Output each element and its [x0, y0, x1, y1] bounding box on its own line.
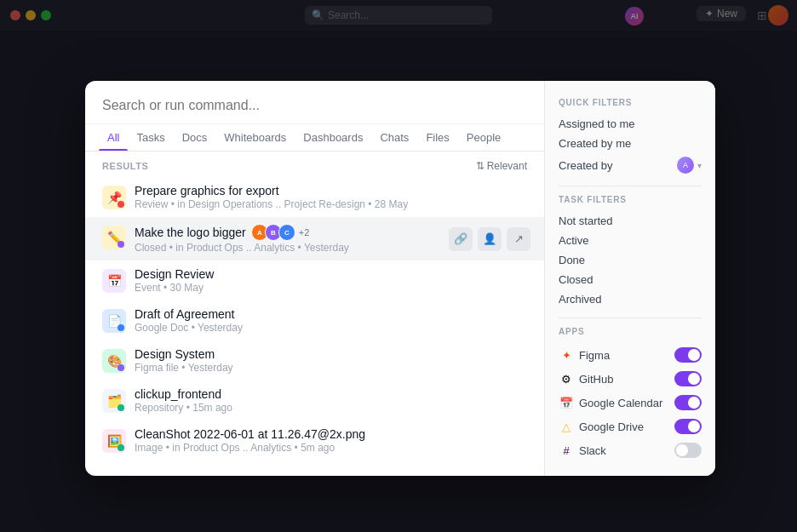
app-figma-label: Figma	[579, 349, 610, 362]
filter-active[interactable]: Active	[559, 231, 702, 250]
slack-toggle[interactable]	[674, 443, 702, 458]
result-item[interactable]: 🎨 Design System Figma file • Yesterday	[85, 340, 544, 380]
assign-button[interactable]: 👤	[478, 227, 502, 251]
result-item[interactable]: 📅 Design Review Event • 30 May	[85, 260, 544, 300]
filter-assigned-to-me[interactable]: Assigned to me	[559, 114, 702, 134]
status-dot-purple	[118, 364, 124, 371]
quick-filters-title: QUICK FILTERS	[559, 98, 702, 107]
status-dot-purple	[118, 241, 124, 248]
app-slack-row: # Slack	[559, 438, 702, 462]
figma-icon: ✦	[559, 347, 574, 363]
search-input[interactable]	[102, 98, 527, 113]
item-content: Prepare graphics for export Review • in …	[135, 184, 527, 210]
divider	[559, 186, 702, 186]
github-icon: ⚙	[559, 371, 574, 386]
avatar: C	[278, 224, 295, 241]
item-content: Draft of Agreement Google Doc • Yesterda…	[135, 307, 527, 334]
chevron-down-icon: ▾	[697, 161, 702, 170]
app-github-label: GitHub	[579, 373, 613, 386]
sort-button[interactable]: ⇅ Relevant	[476, 160, 527, 172]
tab-docs[interactable]: Docs	[174, 124, 216, 151]
item-title: CleanShot 2022-06-01 at 11.26.47@2x.png	[135, 427, 527, 441]
item-title: Make the logo bigger	[135, 226, 246, 239]
file-icon: 🎨	[102, 349, 126, 373]
filter-created-by[interactable]: Created by A ▾	[559, 153, 702, 177]
gcal-toggle[interactable]	[674, 395, 702, 410]
tab-all[interactable]: All	[99, 124, 128, 151]
avatars-row: A B C +2	[251, 224, 310, 241]
task-filters-title: TASK FILTERS	[559, 195, 702, 204]
item-title: clickup_frontend	[135, 387, 527, 401]
filter-archived[interactable]: Archived	[559, 289, 702, 309]
app-gcal-row: 📅 Google Calendar	[559, 391, 702, 415]
results-header: RESULTS ⇅ Relevant	[85, 152, 544, 177]
item-actions: 🔗 👤 ↗	[449, 227, 530, 251]
item-meta: Event • 30 May	[135, 282, 527, 294]
status-dot-red	[118, 201, 124, 208]
sort-label: Relevant	[487, 160, 527, 172]
filter-closed[interactable]: Closed	[559, 270, 702, 289]
status-dot-green	[118, 444, 124, 451]
toggle-knob	[688, 373, 700, 385]
task-icon: 📌	[102, 186, 126, 209]
avatar-count: +2	[299, 227, 310, 237]
open-button[interactable]: ↗	[507, 227, 530, 251]
item-meta: Repository • 15m ago	[135, 402, 527, 414]
toggle-knob	[688, 420, 700, 432]
result-item[interactable]: ✏️ Make the logo bigger A B C +2 Closed …	[85, 217, 544, 260]
search-modal: All Tasks Docs Whiteboards Dashboards Ch…	[85, 81, 715, 476]
task-icon: ✏️	[102, 226, 126, 249]
repo-icon: 🗂️	[102, 389, 126, 413]
toggle-knob	[676, 444, 688, 456]
github-toggle[interactable]	[674, 371, 702, 386]
item-title: Prepare graphics for export	[135, 184, 527, 197]
link-button[interactable]: 🔗	[449, 227, 473, 251]
item-meta: Review • in Design Operations .. Project…	[135, 198, 527, 210]
tab-dashboards[interactable]: Dashboards	[295, 124, 371, 151]
tab-files[interactable]: Files	[417, 124, 457, 151]
gdrive-icon: △	[559, 419, 574, 434]
item-content: clickup_frontend Repository • 15m ago	[135, 387, 527, 414]
app-github-row: ⚙ GitHub	[559, 367, 702, 391]
status-dot-green	[118, 404, 124, 411]
filter-not-started[interactable]: Not started	[559, 211, 702, 231]
filter-created-by-me[interactable]: Created by me	[559, 134, 702, 153]
tab-tasks[interactable]: Tasks	[128, 124, 173, 151]
filter-label: Done	[559, 254, 585, 266]
results-label: RESULTS	[102, 161, 148, 171]
filter-label: Created by me	[559, 137, 631, 150]
gcal-icon: 📅	[559, 395, 574, 410]
sort-icon: ⇅	[476, 160, 485, 172]
result-item[interactable]: 🗂️ clickup_frontend Repository • 15m ago	[85, 380, 544, 420]
result-item[interactable]: 🖼️ CleanShot 2022-06-01 at 11.26.47@2x.p…	[85, 420, 544, 460]
image-icon: 🖼️	[102, 429, 126, 453]
item-content: Design Review Event • 30 May	[135, 267, 527, 294]
tab-people[interactable]: People	[458, 124, 509, 151]
tab-whiteboards[interactable]: Whiteboards	[215, 124, 295, 151]
item-title: Design Review	[135, 267, 527, 281]
app-figma-row: ✦ Figma	[559, 343, 702, 367]
created-by-avatar: A	[677, 157, 694, 174]
item-title: Draft of Agreement	[135, 307, 527, 321]
filter-label: Active	[559, 234, 588, 247]
filter-label: Archived	[559, 293, 602, 306]
app-gdrive-label: Google Drive	[579, 420, 644, 433]
figma-toggle[interactable]	[674, 347, 702, 363]
item-content: Design System Figma file • Yesterday	[135, 347, 527, 374]
search-input-area	[85, 81, 544, 124]
toggle-knob	[688, 349, 700, 361]
event-icon: 📅	[102, 269, 126, 293]
item-content: CleanShot 2022-06-01 at 11.26.47@2x.png …	[135, 427, 527, 454]
item-meta: Image • in Product Ops .. Analytics • 5m…	[135, 442, 527, 454]
status-dot-blue	[118, 324, 124, 331]
doc-icon: 📄	[102, 309, 126, 333]
divider	[559, 317, 702, 318]
filter-done[interactable]: Done	[559, 250, 702, 270]
slack-icon: #	[559, 443, 574, 458]
result-item[interactable]: 📌 Prepare graphics for export Review • i…	[85, 177, 544, 217]
gdrive-toggle[interactable]	[674, 419, 702, 434]
tab-chats[interactable]: Chats	[371, 124, 417, 151]
app-gcal-label: Google Calendar	[579, 397, 662, 409]
result-item[interactable]: 📄 Draft of Agreement Google Doc • Yester…	[85, 300, 544, 340]
filter-label: Created by	[559, 159, 613, 172]
